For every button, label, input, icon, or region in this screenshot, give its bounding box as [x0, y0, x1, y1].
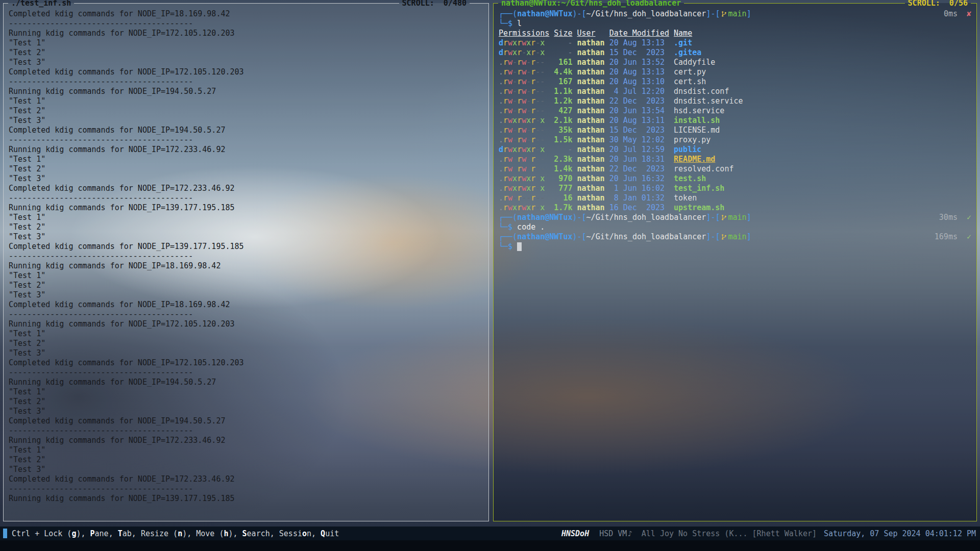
file-size: 1.1k [554, 87, 572, 96]
file-name: dnsdist.service [674, 96, 971, 106]
border-segment [74, 3, 399, 4]
prompt-frame: └─$ [499, 222, 512, 232]
file-permissions: drwxrwxr-x [499, 145, 549, 155]
file-owner: nathan [577, 58, 604, 67]
border-segment [684, 3, 904, 4]
file-name: public [674, 145, 971, 155]
column-header: Name [674, 29, 971, 38]
left-pane-output: Completed kdig commands for NODE_IP=18.1… [4, 3, 488, 521]
file-date-modified: 8 Jan 01:32 [609, 193, 669, 203]
file-permissions: drwxrwxr-x [499, 38, 549, 48]
file-row: .rw-r--r--16nathan 8 Jan 01:32token [499, 193, 971, 203]
terminal-output-line: "Test 2" [9, 164, 483, 174]
terminal-output-line: Running kdig commands for NODE_IP=172.23… [9, 145, 483, 155]
file-date-modified: 22 Dec 2023 [609, 96, 669, 106]
terminal-output-line: Completed kdig commands for NODE_IP=172.… [9, 474, 483, 484]
terminal-output-line: "Test 3" [9, 348, 483, 358]
file-size: 970 [554, 174, 572, 184]
terminal-output-line: "Test 1" [9, 329, 483, 339]
terminal-output-line: Running kdig commands for NODE_IP=18.169… [9, 261, 483, 271]
file-permissions: .rw-rw-r-- [499, 96, 549, 106]
right-pane-title: nathan@NWTux:~/Git/hns_doh_loadbalancer [498, 0, 684, 8]
terminal-output-line: ---------------------------------------- [9, 426, 483, 436]
terminal-output-line: ---------------------------------------- [9, 252, 483, 261]
prompt-frame: )-[ [573, 213, 586, 222]
file-name: .git [674, 38, 971, 48]
hint-segment: ane, [95, 529, 118, 538]
file-size: - [554, 145, 572, 155]
file-permissions: .rw-r--r-- [499, 193, 549, 203]
command-line: └─$ code . [499, 222, 971, 232]
prompt-frame: ┌──( [499, 213, 517, 222]
file-owner: nathan [577, 174, 604, 184]
file-date-modified: 20 Jun 13:54 [609, 106, 669, 116]
command-text: l [512, 19, 522, 28]
terminal-output-line: "Test 1" [9, 387, 483, 397]
file-date-modified: 16 Dec 2023 [609, 203, 669, 213]
file-row: .rw-rw-r--35knathan15 Dec 2023LICENSE.md [499, 126, 971, 135]
hint-segment: Sessi [279, 529, 302, 538]
now-playing: ♪ All Joy No Stress (K... [Rhett Walker] [628, 529, 817, 538]
file-date-modified: 22 Dec 2023 [609, 164, 669, 174]
file-row: .rwxrwxr-x1.7knathan16 Dec 2023upstream.… [499, 203, 971, 213]
file-name: README.md [674, 155, 971, 164]
tab-hsd-vm[interactable]: HSD VM [599, 529, 627, 538]
prompt-frame: )-[ [573, 232, 586, 242]
file-size: 167 [554, 77, 572, 87]
file-date-modified: 20 Aug 13:13 [609, 67, 669, 77]
terminal-output-line: ---------------------------------------- [9, 77, 483, 87]
terminal-output-line: Completed kdig commands for NODE_IP=18.1… [9, 300, 483, 310]
file-row: .rw-rw-r--4.4knathan20 Aug 13:13cert.py [499, 67, 971, 77]
file-row: .rw-rw-r--1.4knathan22 Dec 2023resolved.… [499, 164, 971, 174]
command-duration: 30ms [939, 213, 958, 222]
prompt-frame: ] [747, 232, 751, 242]
terminal-output-line: "Test 3" [9, 407, 483, 416]
terminal-output-line: "Test 2" [9, 222, 483, 232]
prompt-user-host: nathan@NWTux [517, 9, 572, 19]
file-size: - [554, 38, 572, 48]
file-name: Caddyfile [674, 58, 971, 67]
terminal-output-line: Running kdig commands for NODE_IP=139.17… [9, 494, 483, 504]
border-segment [3, 3, 8, 4]
file-size: 777 [554, 184, 572, 193]
file-date-modified: 20 Aug 13:11 [609, 116, 669, 126]
file-name: cert.sh [674, 77, 971, 87]
file-permissions: .rw-rw-r-- [499, 67, 549, 77]
left-pane-title: ./test_inf.sh [8, 0, 74, 8]
column-header: Size [554, 29, 572, 38]
prompt-frame: ] [747, 213, 751, 222]
left-pane-top-border: ./test_inf.sh SCROLL: 0/480 [3, 0, 489, 8]
hint-segment: o [302, 529, 307, 538]
terminal-output-line: "Test 1" [9, 271, 483, 281]
file-row: .rwxrwxr-x970nathan20 Jun 16:32test.sh [499, 174, 971, 184]
prompt-path: ~/Git/hns_doh_loadbalancer [586, 9, 706, 19]
prompt-frame: ]-[ [706, 213, 720, 222]
command-line: └─$ l [499, 19, 971, 29]
right-terminal-pane[interactable]: nathan@NWTux:~/Git/hns_doh_loadbalancer … [493, 3, 977, 521]
terminal-output-line: Running kdig commands for NODE_IP=172.10… [9, 29, 483, 38]
file-row: .rw-rw-r--1.1knathan 4 Jul 12:20dnsdist.… [499, 87, 971, 96]
hint-segment: T [118, 529, 122, 538]
file-name: resolved.conf [674, 164, 971, 174]
terminal-output-line: Running kdig commands for NODE_IP=172.23… [9, 436, 483, 445]
shell-input-line[interactable]: └─$ [499, 242, 971, 252]
terminal-cursor [517, 242, 522, 251]
file-permissions: .rw-rw-r-- [499, 126, 549, 135]
prompt-frame: ┌──( [499, 9, 517, 19]
file-row: drwxr-xr-x-nathan15 Dec 2023.gitea [499, 48, 971, 58]
prompt-line: ┌──(nathan@NWTux)-[~/Git/hns_doh_loadbal… [499, 213, 971, 222]
prompt-user-host: nathan@NWTux [517, 232, 572, 242]
left-scroll-indicator: SCROLL: 0/480 [399, 0, 470, 8]
prompt-line: ┌──(nathan@NWTux)-[~/Git/hns_doh_loadbal… [499, 232, 971, 242]
terminal-output-line: ---------------------------------------- [9, 368, 483, 378]
terminal-output-line: "Test 3" [9, 465, 483, 474]
file-owner: nathan [577, 87, 604, 96]
file-owner: nathan [577, 203, 604, 213]
terminal-output-line: ---------------------------------------- [9, 484, 483, 494]
command-text [512, 242, 517, 251]
terminal-output-line: "Test 2" [9, 281, 483, 290]
tab-hnsdoh[interactable]: HNSDoH [561, 529, 589, 538]
left-terminal-pane[interactable]: ./test_inf.sh SCROLL: 0/480 Completed kd… [3, 3, 489, 521]
terminal-output-line: "Test 3" [9, 116, 483, 126]
file-row: drwxrwxr-x-nathan20 Aug 13:13.git [499, 38, 971, 48]
